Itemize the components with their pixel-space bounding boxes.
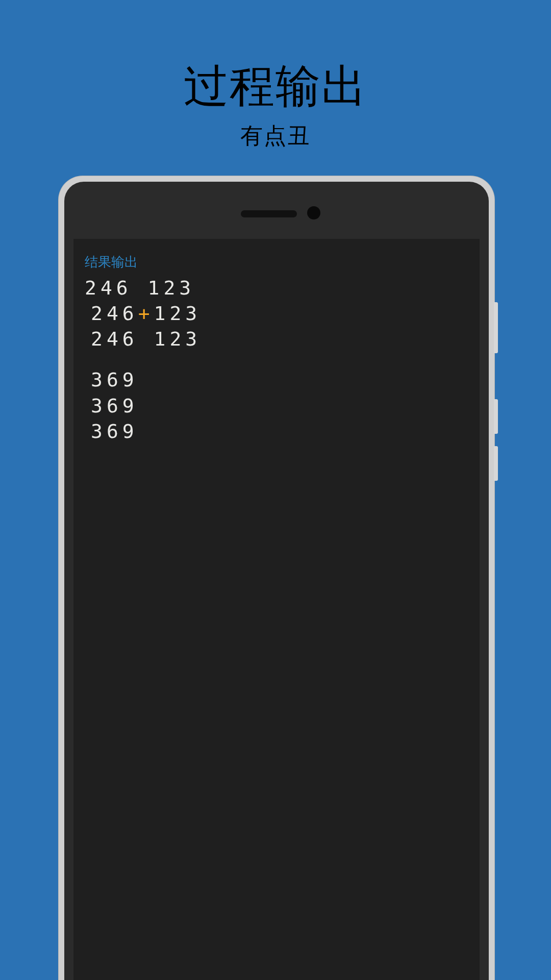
output-line-4: 369 [85, 367, 468, 393]
result-output-label: 结果输出 [85, 253, 468, 271]
screen-content: 结果输出 246 123 246+123 246 123 369 369 369 [73, 239, 480, 980]
speaker-slot-icon [241, 210, 297, 217]
headline-title: 过程输出 [0, 56, 551, 117]
plus-operator: + [138, 302, 154, 325]
line2-right: 123 [154, 302, 202, 325]
front-camera-icon [307, 206, 320, 219]
block-gap [85, 352, 468, 367]
headline-subtitle: 有点丑 [0, 121, 551, 151]
output-line-6: 369 [85, 419, 468, 444]
line2-left: 246 [91, 302, 138, 325]
side-button-vol-down [494, 446, 498, 481]
side-button-power [494, 302, 498, 353]
output-line-5: 369 [85, 393, 468, 419]
output-line-2: 246+123 [85, 301, 468, 326]
output-line-3: 246 123 [85, 326, 468, 352]
output-line-1: 246 123 [85, 275, 468, 301]
side-button-vol-up [494, 399, 498, 434]
phone-shell: 结果输出 246 123 246+123 246 123 369 369 369 [58, 176, 495, 980]
headline: 过程输出 有点丑 [0, 56, 551, 151]
phone-inner: 结果输出 246 123 246+123 246 123 369 369 369 [64, 182, 489, 980]
